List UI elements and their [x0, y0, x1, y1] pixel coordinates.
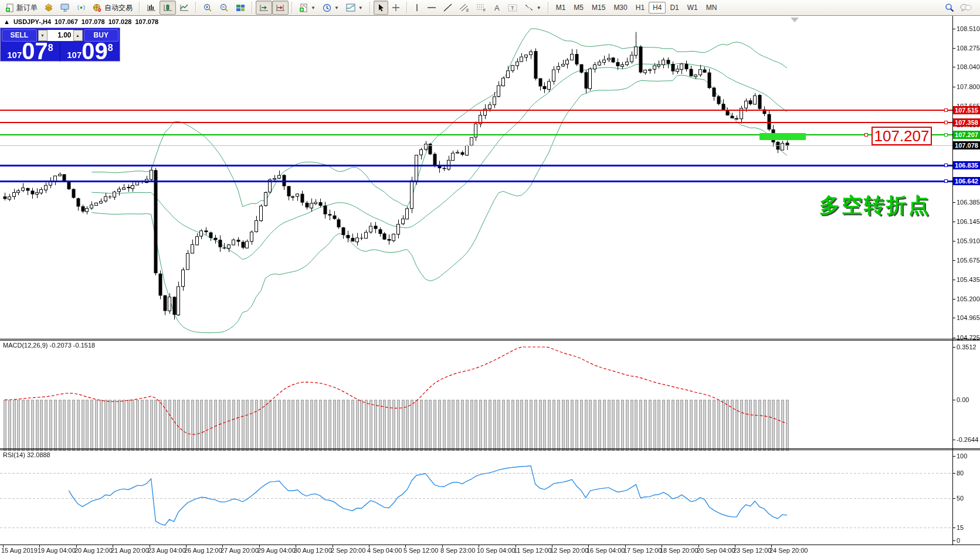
- channel-icon: E: [459, 4, 469, 12]
- signals-button[interactable]: [73, 1, 89, 15]
- text-tool[interactable]: A: [490, 1, 504, 15]
- indicators-button[interactable]: ▼: [296, 1, 319, 15]
- timeframe-m1[interactable]: M1: [552, 2, 570, 13]
- level-line[interactable]: [0, 181, 952, 182]
- autotrading-button[interactable]: 自动交易: [89, 1, 136, 15]
- sell-price-sup: 8: [48, 43, 53, 53]
- tile-windows-icon: [236, 4, 245, 12]
- level-price-tag: 106.642: [953, 177, 980, 185]
- level-price-tag: 106.835: [953, 161, 980, 169]
- current-price-line: [0, 145, 952, 146]
- tile-windows-button[interactable]: [232, 1, 249, 15]
- chart-shift-marker[interactable]: [791, 18, 799, 22]
- toolbar-separator: [139, 2, 140, 13]
- price-tick-label: 108.510: [957, 25, 980, 32]
- signal-icon: [77, 4, 86, 12]
- arrows-tool[interactable]: ▼: [521, 1, 545, 15]
- auto-scroll-button[interactable]: [256, 1, 272, 15]
- panel-separator[interactable]: [0, 448, 980, 449]
- clock-icon: [323, 4, 331, 12]
- timeframe-w1[interactable]: W1: [683, 2, 702, 13]
- svg-text:F: F: [483, 8, 486, 12]
- cursor-tool-button[interactable]: [374, 1, 388, 15]
- periods-button[interactable]: ▼: [319, 1, 343, 15]
- symbol-label: USDJPY-,H4: [13, 18, 51, 25]
- time-tick-label: 16 Sep 04:00: [586, 547, 625, 554]
- panel-separator[interactable]: [0, 339, 980, 339]
- annotation-handle[interactable]: [864, 133, 868, 137]
- timeframe-m5[interactable]: M5: [569, 2, 588, 13]
- chat-icon[interactable]: [960, 4, 972, 12]
- market-watch-button[interactable]: [41, 1, 57, 15]
- timeframe-m15[interactable]: M15: [588, 2, 609, 13]
- crosshair-icon: [392, 4, 400, 12]
- volume-input[interactable]: 1.00: [48, 30, 73, 41]
- trendline-tool[interactable]: [440, 1, 456, 15]
- macd-tick: [952, 400, 955, 400]
- buy-price[interactable]: 107 09 8: [60, 43, 120, 62]
- time-tick-label: 10 Sep 04:00: [477, 547, 515, 554]
- text-label-tool[interactable]: T: [504, 1, 521, 15]
- level-line-handle[interactable]: [944, 108, 948, 112]
- equidistant-channel-tool[interactable]: E: [456, 1, 473, 15]
- vertical-line-tool[interactable]: [411, 1, 423, 15]
- price-axis-line: [952, 16, 953, 545]
- new-order-icon: [5, 4, 14, 12]
- time-tick-label: 5 Sep 12:00: [403, 547, 438, 554]
- horizontal-line-tool[interactable]: [423, 1, 440, 15]
- level-line-handle[interactable]: [944, 164, 948, 167]
- terminal-button[interactable]: [57, 1, 73, 15]
- level-line[interactable]: [0, 134, 952, 135]
- timeframe-m30[interactable]: M30: [609, 2, 631, 13]
- search-icon[interactable]: [945, 3, 954, 12]
- candlestick-chart-button[interactable]: [160, 1, 176, 15]
- rsi-tick: [952, 540, 955, 541]
- fibonacci-icon: F: [476, 4, 486, 12]
- new-order-label: 新订单: [16, 3, 38, 13]
- panel-separator: [0, 450, 980, 450]
- zoom-out-button[interactable]: [216, 1, 232, 15]
- level-line-handle[interactable]: [944, 133, 948, 137]
- chart-canvas[interactable]: [0, 16, 952, 545]
- time-tick-label: 2 Sep 20:00: [331, 547, 365, 554]
- text-icon: A: [493, 4, 501, 12]
- zoom-in-button[interactable]: [199, 1, 216, 15]
- line-chart-icon: [179, 4, 189, 12]
- chart-shift-button[interactable]: [272, 1, 289, 15]
- auto-scroll-icon: [259, 4, 269, 12]
- price-annotation-box[interactable]: 107.207: [872, 127, 932, 145]
- level-line-handle[interactable]: [944, 179, 948, 183]
- bar-chart-button[interactable]: [143, 1, 160, 15]
- volume-increase-button[interactable]: ▲: [73, 30, 83, 41]
- rsi-tick-label: 80: [957, 469, 964, 477]
- crosshair-tool-button[interactable]: [388, 1, 403, 15]
- level-line-handle[interactable]: [944, 121, 948, 124]
- new-order-button[interactable]: 新订单: [2, 1, 41, 15]
- timeframe-d1[interactable]: D1: [666, 2, 683, 13]
- templates-button[interactable]: ▼: [343, 1, 367, 15]
- open-value: 107.067: [55, 18, 78, 25]
- price-tick-label: 105.910: [957, 237, 980, 244]
- chinese-annotation-text[interactable]: 多空转折点: [819, 192, 931, 219]
- timeframe-h4[interactable]: H4: [649, 2, 666, 13]
- fibonacci-tool[interactable]: F: [473, 1, 490, 15]
- timeframe-h1[interactable]: H1: [632, 2, 649, 13]
- price-tick: [952, 280, 955, 280]
- level-line[interactable]: [0, 165, 952, 166]
- candlestick-chart-icon: [163, 4, 172, 12]
- price-tick-label: 106.385: [957, 199, 980, 206]
- timeframe-mn[interactable]: MN: [702, 2, 721, 13]
- low-value: 107.028: [108, 18, 132, 25]
- time-tick-label: 20 Sep 04:00: [697, 547, 735, 554]
- rsi-tick-label: 50: [957, 495, 964, 502]
- level-line[interactable]: [0, 122, 952, 123]
- highlight-rectangle[interactable]: [759, 133, 806, 140]
- price-tick: [952, 202, 955, 203]
- line-chart-button[interactable]: [176, 1, 192, 15]
- level-line[interactable]: [0, 110, 952, 111]
- svg-text:A: A: [494, 4, 500, 12]
- time-tick-label: 4 Sep 04:00: [367, 547, 402, 554]
- monitor-icon: [60, 4, 70, 12]
- price-tick-label: 105.200: [957, 295, 980, 302]
- sell-price[interactable]: 107 07 8: [1, 43, 60, 62]
